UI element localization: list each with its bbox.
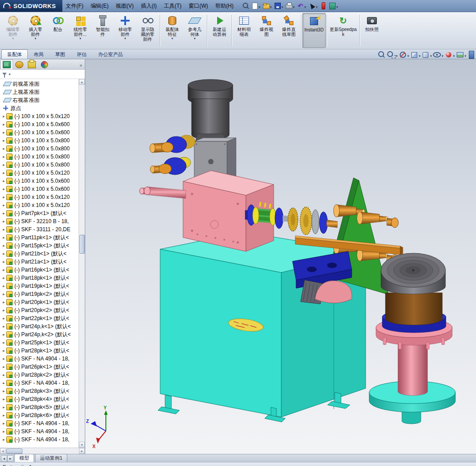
dropdown-caret-icon[interactable]: ▾ [293, 5, 295, 9]
doc-tab-model[interactable]: 模型 [14, 454, 34, 462]
expand-arrow-icon[interactable]: ▸ [1, 437, 6, 442]
ribbon-button-move-component[interactable]: 移动零部件▼ [114, 13, 136, 48]
expand-arrow-icon[interactable]: ▸ [1, 332, 6, 337]
ribbon-button-mate[interactable]: 配合 [47, 13, 69, 48]
doc-tab-motion-study-1[interactable]: 运动算例1 [35, 454, 67, 462]
save-icon[interactable] [274, 2, 282, 10]
zoom-to-fit-icon[interactable] [377, 51, 386, 59]
tree-item[interactable]: 原点 [0, 104, 79, 112]
expand-arrow-icon[interactable]: ▸ [1, 300, 6, 304]
select-icon[interactable] [308, 2, 316, 10]
tree-item[interactable]: ▸(-) Part16pk<1> (默认< [0, 266, 79, 274]
tree-item[interactable]: 右视基准面 [0, 96, 79, 104]
search-icon[interactable] [242, 2, 250, 10]
tree-item[interactable]: ▸(-) 100 x 100 x 5.0x120 [0, 169, 79, 177]
dropdown-caret-icon[interactable]: ▾ [407, 54, 409, 58]
tree-item[interactable]: ▸(-) 100 x 100 x 5.0x800 [0, 161, 79, 169]
tab-layout[interactable]: 布局 [28, 49, 49, 59]
ribbon-button-insert-component[interactable]: 插入零部件▼ [24, 13, 47, 48]
expand-arrow-icon[interactable]: ▸ [1, 154, 6, 159]
expand-arrow-icon[interactable]: ▸ [1, 405, 6, 409]
dropdown-caret-icon[interactable]: ▾ [259, 5, 261, 9]
dropdown-caret-icon[interactable]: ▾ [419, 54, 420, 58]
hide-show-items-icon[interactable] [432, 51, 441, 59]
menu-window[interactable]: 窗口(W) [185, 0, 212, 12]
tree-horizontal-scrollbar[interactable]: ◄ ► [0, 448, 85, 454]
dropdown-caret-icon[interactable]: ▾ [336, 5, 338, 9]
open-icon[interactable] [262, 2, 270, 10]
expand-arrow-icon[interactable]: ▸ [1, 163, 6, 167]
dropdown-caret-icon[interactable]: ▾ [396, 54, 397, 58]
gear-motor[interactable] [188, 79, 233, 141]
panel-overflow-button[interactable]: » [79, 63, 84, 69]
tree-item[interactable]: ▸(-) Part28pk<4> (默认< [0, 395, 79, 403]
horizontal-scroll-thumb[interactable] [6, 448, 22, 454]
tree-item[interactable]: ▸(-) 100 x 100 x 5.0x600 [0, 120, 79, 128]
tree-item[interactable]: ▸(-) Part19pk<2> (默认< [0, 290, 79, 298]
expand-arrow-icon[interactable]: ▸ [1, 397, 6, 401]
expand-arrow-icon[interactable]: ▸ [1, 308, 6, 312]
tree-item[interactable]: ▸(-) 100 x 100 x 5.0x800 [0, 145, 79, 153]
expand-arrow-icon[interactable]: ▸ [1, 179, 6, 183]
expand-arrow-icon[interactable]: ▸ [1, 122, 6, 127]
scroll-down-button[interactable]: ▼ [79, 442, 85, 448]
tree-item[interactable]: ▸(-) SKF - NA 4904 - 18, [0, 435, 79, 444]
tree-item[interactable]: ▸(-) Part20pk<1> (默认< [0, 298, 79, 306]
expand-arrow-icon[interactable]: ▸ [1, 316, 6, 321]
tree-item[interactable]: ▸(-) 100 x 100 x 5.0x120 [0, 201, 79, 209]
dropdown-caret-icon[interactable]: ▾ [282, 5, 284, 9]
tab-evaluate[interactable]: 评估 [71, 49, 92, 59]
expand-arrow-icon[interactable]: ▸ [1, 259, 6, 264]
expand-arrow-icon[interactable]: ▸ [1, 171, 6, 175]
tree-item[interactable]: ▸(-) Part7pk<1> (默认< [0, 209, 79, 217]
menu-edit[interactable]: 编辑(E) [87, 0, 112, 12]
expand-arrow-icon[interactable]: ▸ [1, 373, 6, 377]
dropdown-caret-icon[interactable]: ▾ [270, 5, 272, 9]
expand-arrow-icon[interactable]: ▸ [1, 130, 6, 135]
expand-arrow-icon[interactable]: ▸ [1, 235, 6, 240]
tree-item[interactable]: ▸(-) SKF - NA 4904 - 18, [0, 419, 79, 427]
rebuild-icon[interactable] [319, 2, 328, 10]
menu-insert[interactable]: 插入(I) [137, 0, 160, 12]
tree-item[interactable]: ▸(-) SKF - NA 4904 - 18, [0, 379, 79, 387]
options-icon[interactable] [328, 2, 336, 10]
expand-arrow-icon[interactable]: ▸ [1, 340, 6, 345]
ribbon-button-take-snapshot[interactable]: 拍快照 [361, 13, 383, 48]
tree-item[interactable]: ▸(-) 100 x 100 x 5.0x800 [0, 136, 79, 145]
ribbon-button-update-speedpak[interactable]: 更新Speedpak [328, 13, 358, 48]
tree-item[interactable]: ▸(-) Part20pk<2> (默认< [0, 306, 79, 314]
ribbon-button-bill-of-materials[interactable]: 材料明细表 [233, 13, 255, 48]
expand-arrow-icon[interactable]: ▸ [1, 381, 6, 385]
panel-tab-feature-manager[interactable] [0, 60, 13, 69]
panel-tab-configuration-manager[interactable] [26, 60, 38, 69]
expand-arrow-icon[interactable]: ▸ [1, 276, 6, 280]
tree-item[interactable]: ▸(-) Part28pk<3> (默认< [0, 387, 79, 395]
tree-item[interactable]: ▸(-) Part26pk<1> (默认< [0, 363, 79, 371]
edit-appearance-icon[interactable] [444, 51, 453, 59]
expand-arrow-icon[interactable]: ▸ [1, 138, 6, 143]
panel-tab-display-manager[interactable] [38, 60, 51, 69]
vertical-scroll-thumb[interactable] [79, 235, 85, 254]
tab-scroll-right-button[interactable]: ► [7, 455, 13, 462]
tree-item[interactable]: ▸(-) Part21b<1> (默认< [0, 250, 79, 258]
filter-caret-icon[interactable]: ▼ [8, 73, 11, 76]
tree-item[interactable]: ▸(-) Part28pk<2> (默认< [0, 371, 79, 379]
expand-arrow-icon[interactable]: ▸ [1, 187, 6, 191]
tree-item[interactable]: ▸(-) 100 x 100 x 5.0x120 [0, 193, 79, 201]
panel-tab-property-manager[interactable] [13, 60, 26, 69]
expand-arrow-icon[interactable]: ▸ [1, 146, 6, 151]
print-icon[interactable] [285, 2, 293, 10]
expand-arrow-icon[interactable]: ▸ [1, 251, 6, 256]
section-view-icon[interactable] [398, 51, 407, 59]
dropdown-caret-icon[interactable]: ▾ [305, 5, 306, 9]
tree-item[interactable]: ▸(-) Part28pk<1> (默认< [0, 347, 79, 355]
expand-arrow-icon[interactable]: ▸ [1, 243, 6, 248]
ribbon-button-edit-component[interactable]: 编辑零部件▼ [2, 13, 24, 48]
panel-toggle-icon[interactable] [469, 51, 474, 59]
ribbon-button-exploded-view[interactable]: 爆炸视图 [255, 13, 278, 48]
display-style-icon[interactable] [421, 51, 430, 59]
expand-arrow-icon[interactable]: ▸ [1, 292, 6, 296]
ribbon-button-assembly-features[interactable]: 装配体特征▼ [161, 13, 183, 48]
expand-arrow-icon[interactable]: ▸ [1, 429, 6, 434]
expand-arrow-icon[interactable]: ▸ [1, 219, 6, 224]
